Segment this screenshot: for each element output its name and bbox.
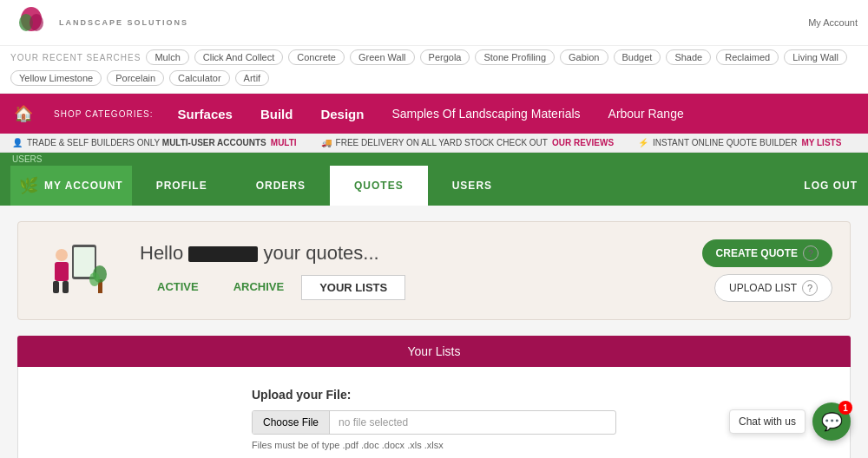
delivery-icon: 🚚 bbox=[321, 138, 332, 147]
section-header: Your Lists bbox=[17, 336, 851, 367]
account-breadcrumb: USERS bbox=[0, 153, 868, 166]
bolt-icon: ⚡ bbox=[638, 138, 648, 147]
trade-text: TRADE & SELF BUILDERS ONLY MULTI-USER AC… bbox=[27, 138, 266, 147]
search-tag-stone[interactable]: Stone Profiling bbox=[475, 49, 555, 65]
chat-button[interactable]: 💬 1 bbox=[812, 402, 851, 441]
svg-rect-7 bbox=[53, 281, 59, 293]
logo-area: LANDSCAPE SOLUTIONS bbox=[10, 5, 188, 40]
banner-tab-active[interactable]: ACTIVE bbox=[140, 275, 216, 300]
banner-text-area: Hello your quotes... ACTIVE ARCHIVE YOUR… bbox=[140, 242, 685, 300]
logo-icon bbox=[10, 5, 52, 40]
top-bar: LANDSCAPE SOLUTIONS My Account bbox=[0, 0, 868, 46]
file-name-display: no file selected bbox=[330, 411, 615, 434]
nav-samples[interactable]: Samples Of Landscaping Materials bbox=[388, 107, 583, 121]
upload-list-label: UPLOAD LIST bbox=[729, 282, 797, 294]
quote-link[interactable]: MY LISTS bbox=[801, 138, 841, 147]
nav-design[interactable]: Design bbox=[317, 107, 367, 121]
search-tag-click[interactable]: Click And Collect bbox=[194, 49, 284, 65]
chat-badge: 1 bbox=[838, 401, 852, 415]
svg-rect-8 bbox=[62, 281, 69, 293]
my-account-label: MY ACCOUNT bbox=[44, 180, 123, 192]
file-hint: Files must be of type .pdf .doc .docx .x… bbox=[252, 440, 616, 450]
search-tag-green-wall[interactable]: Green Wall bbox=[350, 49, 415, 65]
search-tag-porcelain[interactable]: Porcelain bbox=[107, 70, 164, 86]
search-tag-calculator[interactable]: Calculator bbox=[169, 70, 230, 86]
main-nav: 🏠 SHOP CATEGORIES: Surfaces Build Design… bbox=[0, 94, 868, 134]
section-title: Your Lists bbox=[408, 344, 461, 358]
leaf-icon: 🌿 bbox=[19, 176, 39, 195]
hello-banner: Hello your quotes... ACTIVE ARCHIVE YOUR… bbox=[17, 221, 851, 320]
account-tabs: PROFILE ORDERS QUOTES USERS bbox=[132, 166, 805, 206]
shop-categories-label: SHOP CATEGORIES: bbox=[54, 109, 154, 119]
chat-widget: Chat with us 💬 1 bbox=[729, 402, 851, 441]
search-tag-mulch[interactable]: Mulch bbox=[146, 49, 188, 65]
tab-orders[interactable]: ORDERS bbox=[232, 166, 330, 206]
info-quote: ⚡ INSTANT ONLINE QUOTE BUILDER MY LISTS bbox=[638, 138, 841, 147]
upload-label: Upload your File: bbox=[252, 388, 616, 402]
create-quote-label: CREATE QUOTE bbox=[716, 247, 798, 259]
svg-point-11 bbox=[89, 272, 100, 286]
svg-rect-6 bbox=[55, 262, 69, 281]
nav-build[interactable]: Build bbox=[257, 107, 297, 121]
account-logo: 🌿 MY ACCOUNT bbox=[10, 166, 132, 206]
search-tag-budget[interactable]: Budget bbox=[614, 49, 661, 65]
tab-profile[interactable]: PROFILE bbox=[132, 166, 232, 206]
chat-icon: 💬 bbox=[821, 411, 843, 432]
svg-rect-4 bbox=[74, 247, 95, 277]
logout-button[interactable]: LOG OUT bbox=[804, 180, 858, 192]
username-redacted bbox=[188, 246, 258, 262]
info-bar: 👤 TRADE & SELF BUILDERS ONLY MULTI-USER … bbox=[0, 134, 868, 153]
upload-list-help-icon[interactable]: ? bbox=[802, 280, 818, 296]
recent-searches-bar: YOUR RECENT SEARCHES Mulch Click And Col… bbox=[0, 46, 868, 94]
banner-tabs: ACTIVE ARCHIVE YOUR LISTS bbox=[140, 275, 685, 300]
trade-icon: 👤 bbox=[12, 138, 23, 147]
search-tag-yellow-limestone[interactable]: Yellow Limestone bbox=[10, 70, 102, 86]
svg-point-5 bbox=[56, 249, 68, 261]
banner-illustration bbox=[36, 236, 122, 305]
banner-tab-archive[interactable]: ARCHIVE bbox=[216, 275, 302, 300]
nav-arbour[interactable]: Arbour Range bbox=[605, 107, 687, 121]
account-link: My Account bbox=[808, 17, 858, 28]
trade-link[interactable]: MULTI bbox=[271, 138, 297, 147]
home-icon[interactable]: 🏠 bbox=[14, 104, 33, 123]
greeting-text: Hello bbox=[140, 242, 183, 264]
chat-label: Chat with us bbox=[729, 409, 806, 434]
search-tag-living-wall[interactable]: Living Wall bbox=[784, 49, 847, 65]
nav-surfaces[interactable]: Surfaces bbox=[174, 107, 236, 121]
search-tag-reclaimed[interactable]: Reclaimed bbox=[716, 49, 779, 65]
info-trade: 👤 TRADE & SELF BUILDERS ONLY MULTI-USER … bbox=[12, 138, 297, 147]
delivery-link[interactable]: OUR REVIEWS bbox=[552, 138, 614, 147]
logo-text: LANDSCAPE SOLUTIONS bbox=[59, 18, 188, 27]
create-quote-button[interactable]: CREATE QUOTE ? bbox=[702, 239, 832, 267]
create-quote-help-icon[interactable]: ? bbox=[803, 245, 819, 261]
account-nav: 🌿 MY ACCOUNT PROFILE ORDERS QUOTES USERS… bbox=[0, 166, 868, 206]
search-tag-concrete[interactable]: Concrete bbox=[288, 49, 345, 65]
recent-searches-label: YOUR RECENT SEARCHES bbox=[10, 53, 141, 62]
quote-text: INSTANT ONLINE QUOTE BUILDER bbox=[653, 138, 797, 147]
search-tag-gabion[interactable]: Gabion bbox=[560, 49, 608, 65]
banner-tab-your-lists[interactable]: YOUR LISTS bbox=[301, 275, 405, 300]
tab-users[interactable]: USERS bbox=[428, 166, 516, 206]
upload-list-button[interactable]: UPLOAD LIST ? bbox=[714, 274, 832, 302]
svg-point-2 bbox=[30, 14, 43, 31]
tab-quotes[interactable]: QUOTES bbox=[330, 166, 428, 206]
search-tag-artif[interactable]: Artif bbox=[235, 70, 270, 86]
your-lists-section: Your Lists Upload your File: Choose File… bbox=[17, 336, 851, 458]
file-input-row: Choose File no file selected bbox=[252, 410, 616, 435]
delivery-text: FREE DELIVERY ON ALL YARD STOCK CHECK OU… bbox=[336, 138, 548, 147]
search-tag-shade[interactable]: Shade bbox=[666, 49, 711, 65]
section-body: Upload your File: Choose File no file se… bbox=[17, 367, 851, 458]
choose-file-button[interactable]: Choose File bbox=[253, 411, 330, 434]
search-tag-pergola[interactable]: Pergola bbox=[420, 49, 470, 65]
info-delivery: 🚚 FREE DELIVERY ON ALL YARD STOCK CHECK … bbox=[321, 138, 614, 147]
upload-form: Upload your File: Choose File no file se… bbox=[252, 388, 616, 458]
banner-title: Hello your quotes... bbox=[140, 242, 685, 265]
banner-actions: CREATE QUOTE ? UPLOAD LIST ? bbox=[702, 239, 832, 302]
greeting-suffix: your quotes... bbox=[263, 242, 378, 264]
